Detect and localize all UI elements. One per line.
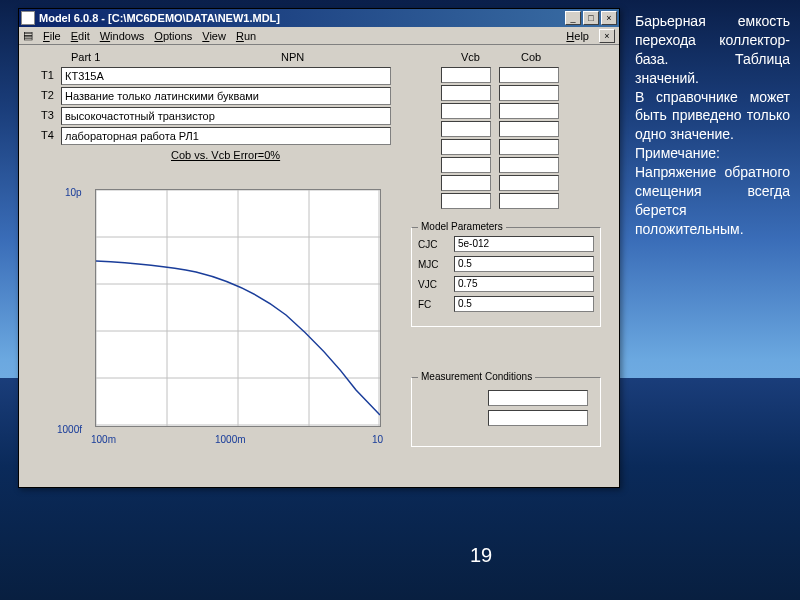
vcb-cell-5[interactable]	[441, 157, 491, 173]
y-axis-bot: 1000f	[57, 424, 82, 435]
param-cjc-value[interactable]: 5e-012	[454, 236, 594, 252]
menu-file[interactable]: File	[43, 30, 61, 42]
t4-input[interactable]: лабораторная работа РЛ1	[61, 127, 391, 145]
menu-options[interactable]: Options	[154, 30, 192, 42]
client-area: Part 1 NPN Vcb Cob T1 КТ315А T2 Название…	[21, 47, 617, 485]
param-cjc-label: CJC	[418, 239, 448, 250]
close-button[interactable]: ×	[601, 11, 617, 25]
t3-label: T3	[41, 109, 54, 121]
vcb-cell-3[interactable]	[441, 121, 491, 137]
measurement-field-0[interactable]	[488, 390, 588, 406]
cob-cell-0[interactable]	[499, 67, 559, 83]
param-fc-value[interactable]: 0.5	[454, 296, 594, 312]
vcb-cell-6[interactable]	[441, 175, 491, 191]
x-axis-1: 1000m	[215, 434, 246, 445]
t1-label: T1	[41, 69, 54, 81]
cob-header: Cob	[521, 51, 541, 63]
menu-view[interactable]: View	[202, 30, 226, 42]
param-vjc-value[interactable]: 0.75	[454, 276, 594, 292]
measurement-legend: Measurement Conditions	[418, 371, 535, 382]
cob-cell-3[interactable]	[499, 121, 559, 137]
measurement-group: Measurement Conditions	[411, 377, 601, 447]
menu-help[interactable]: Help	[566, 30, 589, 42]
chart-plot	[95, 189, 381, 427]
cob-cell-5[interactable]	[499, 157, 559, 173]
cob-cell-7[interactable]	[499, 193, 559, 209]
app-window: Model 6.0.8 - [C:\MC6DEMO\DATA\NEW1.MDL]…	[18, 8, 620, 488]
param-vjc-label: VJC	[418, 279, 448, 290]
measurement-field-1[interactable]	[488, 410, 588, 426]
menu-run[interactable]: Run	[236, 30, 256, 42]
vcb-header: Vcb	[461, 51, 480, 63]
vcb-cell-7[interactable]	[441, 193, 491, 209]
t2-label: T2	[41, 89, 54, 101]
chart-caption: Cob vs. Vcb Error=0%	[171, 149, 280, 161]
menubar: ▤ File Edit Windows Options View Run Hel…	[19, 27, 619, 45]
cob-cell-4[interactable]	[499, 139, 559, 155]
chart-svg	[96, 190, 380, 426]
chart-area: 10p 1000f 100m 1000m 10	[65, 185, 385, 445]
window-title: Model 6.0.8 - [C:\MC6DEMO\DATA\NEW1.MDL]	[39, 12, 565, 24]
t3-input[interactable]: высокочастотный транзистор	[61, 107, 391, 125]
menu-edit[interactable]: Edit	[71, 30, 90, 42]
part-label: Part 1	[71, 51, 100, 63]
vcb-cell-4[interactable]	[441, 139, 491, 155]
app-menu-icon[interactable]: ▤	[23, 29, 33, 42]
minimize-button[interactable]: _	[565, 11, 581, 25]
vcb-cell-2[interactable]	[441, 103, 491, 119]
menu-windows[interactable]: Windows	[100, 30, 145, 42]
vcb-cell-0[interactable]	[441, 67, 491, 83]
cob-cell-1[interactable]	[499, 85, 559, 101]
mdi-close-button[interactable]: ×	[599, 29, 615, 43]
model-params-group: Model Parameters CJC 5e-012 MJC 0.5 VJC …	[411, 227, 601, 327]
slide-number: 19	[470, 544, 492, 567]
x-axis-2: 10	[372, 434, 383, 445]
titlebar[interactable]: Model 6.0.8 - [C:\MC6DEMO\DATA\NEW1.MDL]…	[19, 9, 619, 27]
app-icon	[21, 11, 35, 25]
vcb-cell-1[interactable]	[441, 85, 491, 101]
param-fc-label: FC	[418, 299, 448, 310]
t1-input[interactable]: КТ315А	[61, 67, 391, 85]
cob-cell-2[interactable]	[499, 103, 559, 119]
param-mjc-label: MJC	[418, 259, 448, 270]
type-label: NPN	[281, 51, 304, 63]
model-params-legend: Model Parameters	[418, 221, 506, 232]
maximize-button[interactable]: □	[583, 11, 599, 25]
cob-cell-6[interactable]	[499, 175, 559, 191]
param-mjc-value[interactable]: 0.5	[454, 256, 594, 272]
slide-annotation: Барьерная емкость перехода коллектор-баз…	[635, 12, 790, 239]
y-axis-top: 10p	[65, 187, 82, 198]
x-axis-0: 100m	[91, 434, 116, 445]
t2-input[interactable]: Название только латинскими буквами	[61, 87, 391, 105]
t4-label: T4	[41, 129, 54, 141]
